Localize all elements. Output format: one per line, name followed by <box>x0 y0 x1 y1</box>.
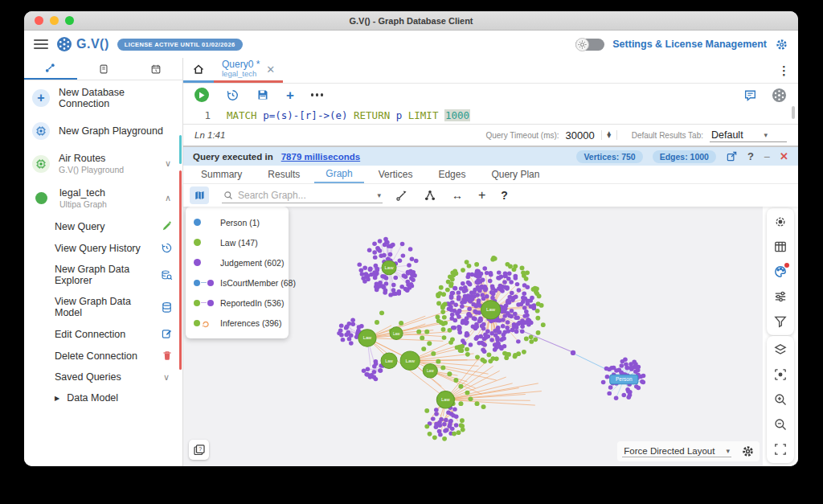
tab-results[interactable]: Results <box>256 166 311 183</box>
hierarchy-layout-icon[interactable] <box>424 189 436 202</box>
tab-overflow-menu-icon[interactable]: ⋮ <box>778 64 790 78</box>
legend-item-reportedin[interactable]: ReportedIn (536) <box>186 293 289 313</box>
sidebar-tab-notebooks[interactable] <box>77 58 130 80</box>
menu-label: Data Model <box>67 392 118 404</box>
home-icon <box>192 63 205 76</box>
sidebar-item-new-query[interactable]: New Query <box>24 215 182 237</box>
sidebar-item-new-graph-playground[interactable]: New Graph Playground <box>24 116 182 146</box>
cursor-position: Ln 1:41 <box>194 130 225 140</box>
sidebar-item-view-query-history[interactable]: View Query History <box>24 237 182 259</box>
legend-item-judgement[interactable]: Judgement (602) <box>186 252 289 272</box>
chip-icon <box>32 122 50 140</box>
close-results-icon[interactable]: ✕ <box>780 150 788 162</box>
legend-map-button[interactable] <box>190 186 209 204</box>
home-tab[interactable] <box>183 58 214 83</box>
legend-label: Person (1) <box>220 218 260 227</box>
sidebar-tab-connections[interactable] <box>24 58 77 80</box>
sidebar-item-view-graph-data-model[interactable]: View Graph Data Model <box>24 291 182 323</box>
center-graph-icon[interactable] <box>773 367 788 382</box>
caret-down-icon: ▾ <box>764 131 768 139</box>
layers-icon[interactable] <box>773 342 788 357</box>
edges-badge: Edges: 1000 <box>653 150 716 163</box>
graph-toolbar: ▾ ↔ + ? <box>183 184 798 207</box>
sidebar-item-saved-queries[interactable]: Saved Queries ∨ <box>24 367 182 387</box>
query-code[interactable]: MATCH p=(s)-[r]->(e) RETURN p LIMIT 1000 <box>227 109 470 121</box>
token-limit: LIMIT <box>402 109 444 121</box>
search-caret-icon[interactable]: ▾ <box>377 191 381 199</box>
brand-logo: G.V() <box>56 36 109 52</box>
graph-search-input[interactable] <box>238 190 372 201</box>
timeout-value[interactable]: 30000 <box>566 129 595 141</box>
tab-graph[interactable]: Graph <box>314 166 363 183</box>
style-palette-icon[interactable] <box>773 264 788 279</box>
more-actions-button[interactable] <box>311 93 324 96</box>
locate-node-icon[interactable] <box>773 215 788 229</box>
chevron-down-icon[interactable]: ∨ <box>165 158 171 169</box>
add-vertex-icon[interactable]: + <box>478 188 485 203</box>
query-tab-bar: Query0 * legal_tech ✕ ⋮ <box>183 58 798 84</box>
layout-select[interactable]: Force Directed Layout ▾ <box>622 445 731 457</box>
executed-time-link[interactable]: 7879 milliseconds <box>281 152 360 162</box>
theme-toggle[interactable] <box>575 39 604 51</box>
sidebar-tab-history[interactable] <box>129 58 182 80</box>
minimap-toggle-button[interactable]: ? <box>189 440 209 460</box>
sidebar-item-new-database-connection[interactable]: + New Database Connection <box>24 80 182 116</box>
hamburger-menu-icon[interactable] <box>34 39 48 49</box>
display-settings-icon[interactable] <box>773 289 788 304</box>
layout-settings-gear-icon[interactable] <box>741 445 755 458</box>
plus-icon: + <box>32 89 50 107</box>
sidebar-item-data-model[interactable]: ▶ Data Model <box>24 387 182 408</box>
add-edge-icon[interactable] <box>395 189 408 202</box>
run-query-button[interactable] <box>194 88 209 102</box>
gv-assist-icon[interactable] <box>772 88 787 103</box>
tab-query-plan[interactable]: Query Plan <box>480 166 551 183</box>
legend-item-law[interactable]: Law (147) <box>186 232 289 252</box>
sidebar-item-legal-tech[interactable]: legal_tech Ultipa Graph ∧ <box>24 181 182 215</box>
sidebar-item-air-routes[interactable]: Air Routes G.V() Playground ∨ <box>24 146 182 181</box>
graph-help-icon[interactable]: ? <box>501 189 508 202</box>
chevron-up-icon[interactable]: ∧ <box>165 193 171 203</box>
tab-query0[interactable]: Query0 * legal_tech ✕ <box>214 58 283 83</box>
default-results-tab-select[interactable]: Default ▾ <box>710 129 787 142</box>
export-results-icon[interactable] <box>726 150 738 162</box>
legend-item-inferences[interactable]: Inferences (396) <box>186 313 289 333</box>
comment-icon[interactable] <box>743 88 757 102</box>
sidebar-item-new-graph-data-explorer[interactable]: New Graph Data Explorer <box>24 259 182 291</box>
zoom-in-icon[interactable] <box>773 392 788 407</box>
caret-down-icon: ▾ <box>726 447 730 455</box>
tab-subtitle: legal_tech <box>222 70 260 78</box>
settings-license-link[interactable]: Settings & License Management <box>612 39 767 50</box>
close-tab-icon[interactable]: ✕ <box>266 64 275 76</box>
sidebar-item-edit-connection[interactable]: Edit Connection <box>24 323 182 345</box>
query-editor[interactable]: 1 MATCH p=(s)-[r]->(e) RETURN p LIMIT 10… <box>183 106 798 124</box>
legend-item-person[interactable]: Person (1) <box>186 212 289 232</box>
table-view-icon[interactable] <box>773 240 788 254</box>
timeout-stepper[interactable]: ▲▼ <box>601 130 617 141</box>
editor-status-bar: Ln 1:41 Query Timeout (ms): 30000 ▲▼ Def… <box>183 124 798 145</box>
graph-search-box[interactable]: ▾ <box>222 188 383 203</box>
legend-label: ReportedIn (536) <box>220 298 284 308</box>
help-icon[interactable]: ? <box>747 150 754 162</box>
new-query-tab-button[interactable]: + <box>286 88 294 102</box>
query-history-button[interactable] <box>226 88 240 102</box>
filter-icon[interactable] <box>773 314 788 329</box>
new-query-pen-icon <box>161 220 173 232</box>
token-match: MATCH <box>227 109 263 121</box>
minimize-results-icon[interactable]: − <box>764 150 770 163</box>
tab-summary[interactable]: Summary <box>190 166 253 183</box>
fullscreen-icon[interactable] <box>773 442 788 457</box>
tab-vertices[interactable]: Vertices <box>367 166 424 183</box>
graph-canvas[interactable]: LawLawPersonLawLawLawLawLawLaw Person (1… <box>183 207 763 466</box>
save-query-button[interactable] <box>256 88 269 101</box>
data-explorer-icon <box>161 269 173 281</box>
tab-edges[interactable]: Edges <box>427 166 477 183</box>
layout-control: Force Directed Layout ▾ <box>617 441 760 461</box>
menu-label: View Graph Data Model <box>55 296 161 318</box>
editor-scrollbar[interactable] <box>792 106 795 119</box>
zoom-out-icon[interactable] <box>773 417 788 432</box>
legend-item-iscourtmember[interactable]: IsCourtMember (68) <box>186 272 289 293</box>
expand-edges-icon[interactable]: ↔ <box>452 189 463 202</box>
edit-connection-icon <box>161 328 173 340</box>
settings-gear-icon[interactable] <box>775 38 788 51</box>
sidebar-item-delete-connection[interactable]: Delete Connection <box>24 345 182 367</box>
